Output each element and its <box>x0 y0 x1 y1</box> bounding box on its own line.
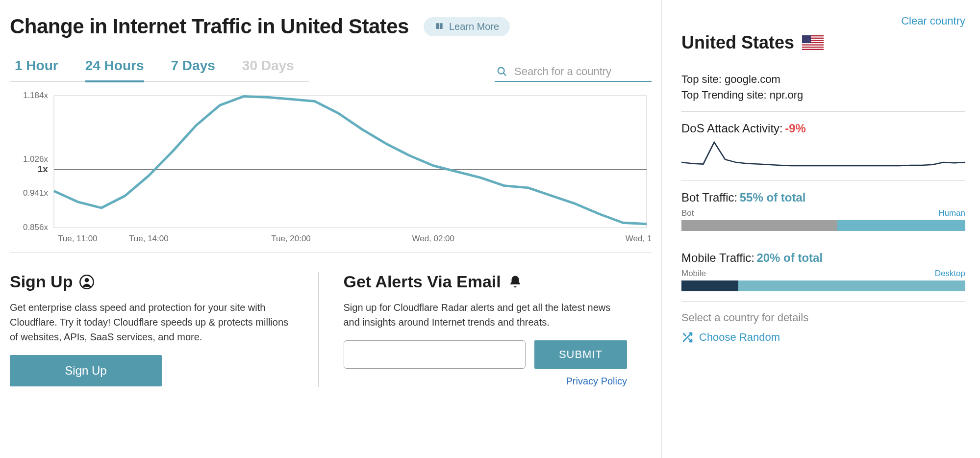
mobile-left-label: Mobile <box>681 269 706 279</box>
traffic-chart: 0.856x0.941x1x1.026x1.184xTue, 11:00Tue,… <box>10 91 652 253</box>
trending-site: Top Trending site: npr.org <box>681 89 965 102</box>
signup-card: Sign Up Get enterprise class speed and p… <box>10 272 318 387</box>
svg-rect-2 <box>54 96 647 228</box>
search-input[interactable] <box>514 65 642 78</box>
svg-point-15 <box>85 278 89 282</box>
time-range-tabs: 1 Hour24 Hours7 Days30 Days <box>10 53 309 82</box>
clear-country-link[interactable]: Clear country <box>901 15 965 27</box>
choose-random-link[interactable]: Choose Random <box>681 331 780 344</box>
mobile-metric: Mobile Traffic: 20% of total <box>681 251 965 265</box>
bot-metric: Bot Traffic: 55% of total <box>681 191 965 204</box>
top-site: Top site: google.com <box>681 73 965 86</box>
country-search[interactable] <box>495 62 652 82</box>
svg-text:0.941x: 0.941x <box>23 188 48 198</box>
alerts-card: Get Alerts Via Email Sign up for Cloudfl… <box>318 272 652 387</box>
select-country-msg: Select a country for details <box>681 311 965 324</box>
country-name: United States <box>681 32 794 53</box>
bot-traffic-bar <box>681 220 965 231</box>
svg-line-1 <box>503 73 506 76</box>
bell-icon <box>508 275 523 289</box>
svg-text:Wed, 11:00: Wed, 11:00 <box>626 234 652 243</box>
user-circle-icon <box>79 275 94 289</box>
submit-button[interactable]: SUBMIT <box>534 340 627 369</box>
mobile-traffic-bar <box>681 280 965 291</box>
svg-point-0 <box>498 68 504 74</box>
svg-text:0.856x: 0.856x <box>23 223 48 232</box>
tab-30-days: 30 Days <box>242 53 294 82</box>
bot-left-label: Bot <box>681 208 694 218</box>
shuffle-icon <box>681 331 693 343</box>
bot-right-label: Human <box>938 208 965 218</box>
alerts-title: Get Alerts Via Email <box>344 272 501 291</box>
svg-rect-21 <box>802 46 824 47</box>
svg-text:Tue, 11:00: Tue, 11:00 <box>58 234 98 243</box>
page-title: Change in Internet Traffic in United Sta… <box>10 15 409 38</box>
tab-7-days[interactable]: 7 Days <box>171 53 215 82</box>
book-icon <box>434 22 444 31</box>
dos-metric: DoS Attack Activity: -9% <box>681 122 965 135</box>
learn-more-label: Learn More <box>449 21 499 32</box>
signup-title: Sign Up <box>10 272 73 291</box>
svg-text:1.184x: 1.184x <box>23 91 48 100</box>
choose-random-label: Choose Random <box>699 331 780 344</box>
dos-sparkline <box>681 139 965 169</box>
us-flag-icon <box>802 35 824 50</box>
mobile-right-label: Desktop <box>935 269 965 279</box>
svg-rect-23 <box>802 35 811 43</box>
search-icon <box>497 66 507 77</box>
signup-desc: Get enterprise class speed and protectio… <box>10 300 294 344</box>
privacy-link[interactable]: Privacy Policy <box>344 376 628 387</box>
alerts-desc: Sign up for Cloudflare Radar alerts and … <box>344 300 628 330</box>
svg-rect-22 <box>802 48 824 49</box>
svg-rect-20 <box>802 43 824 44</box>
svg-text:Tue, 14:00: Tue, 14:00 <box>129 234 169 243</box>
learn-more-button[interactable]: Learn More <box>424 17 510 36</box>
svg-text:1x: 1x <box>38 164 49 174</box>
tab-1-hour[interactable]: 1 Hour <box>15 53 58 82</box>
signup-button[interactable]: Sign Up <box>10 355 162 386</box>
email-input[interactable] <box>344 340 526 369</box>
svg-text:Tue, 20:00: Tue, 20:00 <box>271 234 311 243</box>
svg-line-26 <box>683 333 686 336</box>
svg-text:Wed, 02:00: Wed, 02:00 <box>412 234 454 243</box>
svg-text:1.026x: 1.026x <box>23 154 48 164</box>
tab-24-hours[interactable]: 24 Hours <box>85 53 144 82</box>
